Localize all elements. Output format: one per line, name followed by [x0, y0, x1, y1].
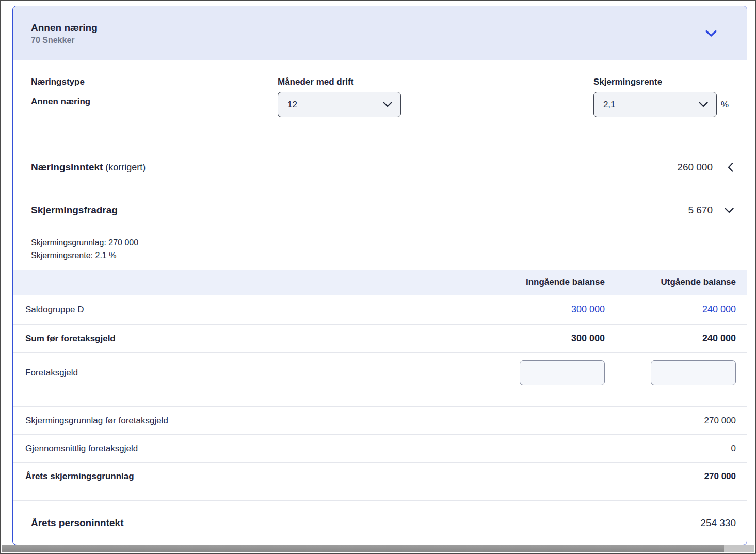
table-row-sum-foer-foretaksgjeld: Sum før foretaksgjeld 300 000 240 000 [13, 325, 747, 353]
naeringstype-field: Næringstype Annen næring [31, 77, 278, 107]
sum-utgaende-value: 240 000 [638, 333, 736, 344]
horizontal-scrollbar[interactable] [2, 545, 754, 552]
maaneder-field: Måneder med drift 12 [278, 77, 593, 117]
maaneder-select[interactable]: 12 [278, 92, 401, 117]
row-label: Foretaksgjeld [25, 368, 507, 378]
chevron-down-icon[interactable] [705, 30, 717, 37]
naeringsinntekt-value: 260 000 [677, 162, 713, 173]
chevron-left-icon[interactable] [726, 163, 734, 172]
skjermingsfradrag-title: Skjermingsfradrag [31, 204, 688, 216]
card-title: Annen næring [31, 21, 98, 35]
form-section: Næringstype Annen næring Måneder med dri… [13, 60, 747, 145]
table-row-saldogruppe-d: Saldogruppe D 300 000 240 000 [13, 295, 747, 325]
skjermingsrente-label: Skjermingsrente [593, 77, 729, 88]
scrollbar-thumb[interactable] [2, 545, 724, 552]
skjermingsrente-field: Skjermingsrente 2,1 % [593, 77, 729, 117]
chevron-down-icon[interactable] [724, 208, 734, 213]
chevron-down-icon [383, 102, 392, 107]
naeringsinntekt-label: Næringsinntekt(korrigert) [31, 162, 677, 173]
summary-row-aarets-skjermingsgrunnlag: Årets skjermingsgrunnlag 270 000 [13, 463, 747, 490]
app-window: { "colors": { "accent_blue": "#3350D8", … [0, 0, 756, 554]
table-row-foretaksgjeld: Foretaksgjeld [13, 353, 747, 393]
maaneder-select-value: 12 [287, 100, 297, 110]
saldogruppe-inngaende-link[interactable]: 300 000 [571, 304, 605, 314]
skjermingsgrunnlag-info: Skjermingsgrunnlag: 270 000 [31, 236, 729, 249]
skjermingsrente-select[interactable]: 2,1 [593, 92, 717, 117]
row-label: Saldogruppe D [25, 305, 507, 315]
balance-table-header: Inngående balanse Utgående balanse [13, 270, 747, 295]
naeringsinntekt-row[interactable]: Næringsinntekt(korrigert) 260 000 [13, 145, 747, 189]
naeringstype-label: Næringstype [31, 77, 278, 88]
card-header-text: Annen næring 70 Snekker [31, 21, 98, 45]
skjermingsfradrag-info: Skjermingsgrunnlag: 270 000 Skjermingsre… [13, 231, 747, 270]
col-header-utgaende: Utgående balanse [638, 277, 736, 288]
percent-suffix: % [721, 100, 729, 110]
saldogruppe-utgaende-link[interactable]: 240 000 [702, 304, 736, 314]
aarets-personinntekt-label: Årets personinntekt [31, 517, 700, 529]
skjermingsrente-info: Skjermingsrente: 2.1 % [31, 249, 729, 262]
summary-row-skjermingsgrunnlag-foer: Skjermingsgrunnlag før foretaksgjeld 270… [13, 407, 747, 435]
maaneder-label: Måneder med drift [278, 77, 593, 88]
skjermingsrente-select-value: 2,1 [603, 100, 616, 110]
foretaksgjeld-utgaende-input[interactable] [651, 360, 736, 385]
footer-divider [13, 490, 747, 501]
aarets-personinntekt-row: Årets personinntekt 254 330 [13, 501, 747, 545]
row-label: Sum før foretaksgjeld [25, 334, 507, 344]
summary-row-gjennomsnittlig-foretaksgjeld: Gjennomsnittlig foretaksgjeld 0 [13, 435, 747, 463]
annen-naering-card: Annen næring 70 Snekker Næringstype Anne… [12, 6, 747, 545]
chevron-down-icon [699, 102, 708, 107]
card-header[interactable]: Annen næring 70 Snekker [13, 6, 747, 60]
card-subtitle: 70 Snekker [31, 35, 98, 46]
skjermingsfradrag-row[interactable]: Skjermingsfradrag 5 670 [13, 189, 747, 231]
sum-inngaende-value: 300 000 [507, 333, 605, 344]
naeringstype-value: Annen næring [31, 97, 278, 107]
col-header-inngaende: Inngående balanse [507, 277, 605, 288]
foretaksgjeld-inngaende-input[interactable] [520, 360, 605, 385]
skjermingsfradrag-value: 5 670 [688, 204, 713, 216]
aarets-personinntekt-value: 254 330 [700, 517, 736, 529]
section-divider [13, 393, 747, 407]
